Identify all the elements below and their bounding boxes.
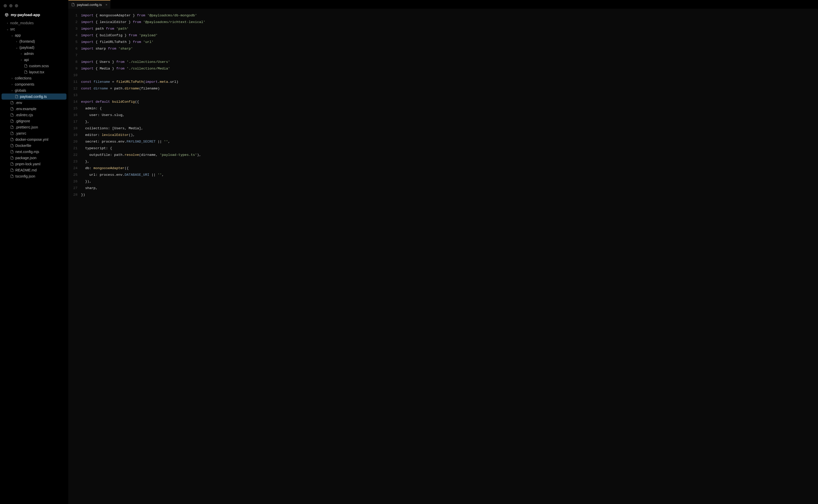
tree-folder-node-modules[interactable]: ›node_modules: [2, 20, 66, 26]
tree-file--yarnrc[interactable]: .yarnrc: [2, 130, 66, 136]
window-minimize-dot[interactable]: [9, 4, 13, 7]
code-line[interactable]: const filename = fileURLToPath(import.me…: [81, 79, 812, 85]
tree-folder-api[interactable]: ›api: [2, 57, 66, 63]
code-content[interactable]: import { mongooseAdapter } from '@payloa…: [81, 12, 818, 504]
tree-file-docker-compose-yml[interactable]: docker-compose.yml: [2, 136, 66, 143]
code-line[interactable]: db: mongooseAdapter({: [81, 165, 812, 172]
code-line[interactable]: url: process.env.DATABASE_URI || '',: [81, 172, 812, 178]
tree-file--gitignore[interactable]: .gitignore: [2, 118, 66, 124]
line-number: 16: [68, 112, 77, 119]
tree-item-label: payload.config.ts: [20, 95, 47, 99]
tree-folder--payload-[interactable]: ⌄(payload): [2, 44, 66, 51]
tree-folder-src[interactable]: ⌄src: [2, 26, 66, 32]
tree-folder--frontend-[interactable]: ›(frontend): [2, 38, 66, 44]
tree-folder-components[interactable]: ›components: [2, 81, 66, 87]
code-line[interactable]: admin: {: [81, 105, 812, 112]
tree-item-label: pnpm-lock.yaml: [15, 162, 40, 166]
tree-item-label: (payload): [19, 45, 34, 50]
tree-item-label: .yarnrc: [15, 131, 26, 135]
chevron-right-icon[interactable]: ›: [15, 40, 18, 43]
file-icon: [10, 101, 14, 104]
code-line[interactable]: }),: [81, 178, 812, 185]
tree-file--prettierrc-json[interactable]: .prettierrc.json: [2, 124, 66, 130]
tree-item-label: api: [24, 58, 29, 62]
window-close-dot[interactable]: [4, 4, 7, 7]
code-line[interactable]: const dirname = path.dirname(filename): [81, 85, 812, 92]
tree-item-label: .eslintrc.cjs: [15, 113, 33, 117]
tree-item-label: (frontend): [19, 39, 35, 43]
chevron-right-icon[interactable]: ›: [20, 52, 22, 55]
chevron-down-icon[interactable]: ⌄: [6, 28, 9, 31]
code-line[interactable]: typescript: {: [81, 145, 812, 152]
tab-label: payload.config.ts: [77, 3, 102, 7]
tab-close-icon[interactable]: ×: [104, 3, 108, 7]
file-icon: [10, 132, 14, 135]
line-number: 12: [68, 85, 77, 92]
tree-file-next-config-mjs[interactable]: next.config.mjs: [2, 149, 66, 155]
tree-file-readme-md[interactable]: README.md: [2, 167, 66, 173]
tree-item-label: custom.scss: [29, 64, 49, 68]
code-line[interactable]: secret: process.env.PAYLOAD_SECRET || ''…: [81, 138, 812, 145]
chevron-right-icon[interactable]: ›: [20, 58, 22, 61]
code-line[interactable]: import { lexicalEditor } from '@payloadc…: [81, 19, 812, 26]
tree-file-package-json[interactable]: package.json: [2, 155, 66, 161]
code-line[interactable]: import { Media } from './collections/Med…: [81, 65, 812, 72]
chevron-down-icon[interactable]: ⌄: [15, 46, 18, 49]
file-explorer-sidebar: my-payload-app ›node_modules⌄src⌄app›(fr…: [0, 0, 68, 504]
code-line[interactable]: sharp,: [81, 185, 812, 192]
tree-folder-app[interactable]: ⌄app: [2, 32, 66, 38]
chevron-right-icon[interactable]: ›: [6, 21, 9, 25]
code-line[interactable]: import { Users } from './collections/Use…: [81, 59, 812, 65]
chevron-right-icon[interactable]: ›: [11, 77, 13, 80]
tree-file-payload-config-ts[interactable]: payload.config.ts: [2, 93, 66, 100]
code-line[interactable]: import { mongooseAdapter } from '@payloa…: [81, 12, 812, 19]
file-icon: [71, 3, 75, 6]
code-line[interactable]: collections: [Users, Media],: [81, 125, 812, 132]
line-number: 2: [68, 19, 77, 26]
tree-file--eslintrc-cjs[interactable]: .eslintrc.cjs: [2, 112, 66, 118]
file-icon: [10, 125, 14, 129]
code-line[interactable]: [81, 52, 812, 59]
code-editor[interactable]: 1234567891011121314151617181920212223242…: [68, 9, 818, 504]
tree-item-label: globals: [15, 88, 26, 92]
code-line[interactable]: user: Users.slug,: [81, 112, 812, 119]
code-line[interactable]: }): [81, 192, 812, 198]
tree-folder-globals[interactable]: ›globals: [2, 87, 66, 93]
line-number: 28: [68, 192, 77, 198]
code-line[interactable]: },: [81, 158, 812, 165]
code-line[interactable]: import sharp from 'sharp': [81, 45, 812, 52]
line-number: 6: [68, 45, 77, 52]
tree-file-custom-scss[interactable]: custom.scss: [2, 63, 66, 69]
code-line[interactable]: export default buildConfig({: [81, 99, 812, 105]
tree-folder-admin[interactable]: ›admin: [2, 51, 66, 57]
code-line[interactable]: outputFile: path.resolve(dirname, 'paylo…: [81, 152, 812, 158]
code-line[interactable]: import path from 'path': [81, 26, 812, 32]
chevron-down-icon[interactable]: ⌄: [11, 34, 13, 37]
code-line[interactable]: editor: lexicalEditor(),: [81, 132, 812, 138]
chevron-right-icon[interactable]: ›: [11, 83, 13, 86]
tree-file--env[interactable]: .env: [2, 100, 66, 106]
code-line[interactable]: },: [81, 119, 812, 125]
project-name: my-payload-app: [11, 13, 40, 17]
window-zoom-dot[interactable]: [15, 4, 18, 7]
code-line[interactable]: [81, 92, 812, 99]
code-line[interactable]: import { buildConfig } from 'payload': [81, 32, 812, 39]
line-number: 22: [68, 152, 77, 158]
line-number: 8: [68, 59, 77, 65]
tree-file-pnpm-lock-yaml[interactable]: pnpm-lock.yaml: [2, 161, 66, 167]
tree-file--env-example[interactable]: .env.example: [2, 106, 66, 112]
tab-payload-config[interactable]: payload.config.ts ×: [68, 0, 110, 9]
line-number: 21: [68, 145, 77, 152]
tree-file-layout-tsx[interactable]: layout.tsx: [2, 69, 66, 75]
tree-folder-collections[interactable]: ›collections: [2, 75, 66, 81]
project-header: my-payload-app: [0, 11, 68, 20]
tree-item-label: node_modules: [10, 21, 34, 25]
code-line[interactable]: [81, 72, 812, 79]
tree-file-tsconfig-json[interactable]: tsconfig.json: [2, 173, 66, 179]
tree-item-label: README.md: [15, 168, 37, 172]
tree-file-dockerfile[interactable]: Dockerfile: [2, 143, 66, 149]
tree-item-label: collections: [15, 76, 31, 80]
chevron-right-icon[interactable]: ›: [11, 89, 13, 92]
code-line[interactable]: import { fileURLToPath } from 'url': [81, 39, 812, 45]
tree-item-label: docker-compose.yml: [15, 137, 48, 142]
